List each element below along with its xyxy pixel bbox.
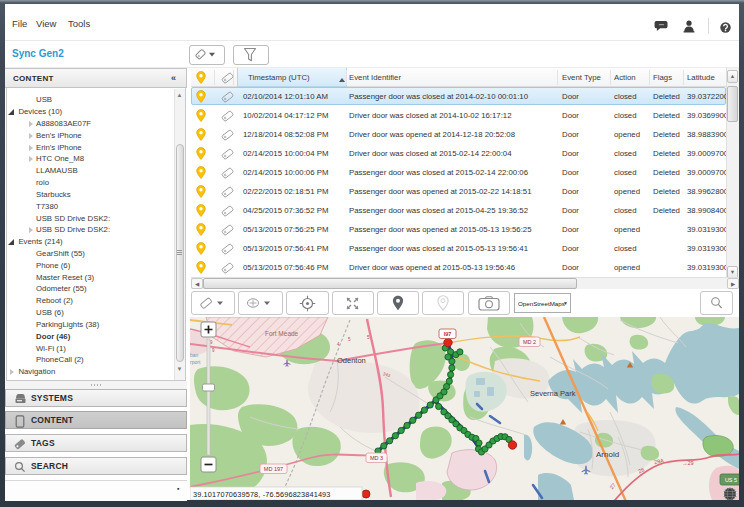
svg-text:Odenton: Odenton	[337, 356, 366, 365]
svg-text:→29: →29	[682, 460, 694, 466]
svg-text:39.1017070639578, -76.5696823: 39.1017070639578, -76.5696823841493	[193, 490, 331, 499]
svg-text:Fort Meade: Fort Meade	[265, 330, 299, 337]
svg-text:I97: I97	[444, 331, 452, 337]
svg-text:MD 197: MD 197	[264, 466, 283, 472]
svg-text:MD 2: MD 2	[523, 339, 536, 345]
svg-text:US 5: US 5	[725, 477, 737, 483]
svg-text:ban: ban	[190, 352, 199, 358]
svg-text:Severna Park: Severna Park	[530, 389, 576, 398]
svg-text:MD 3: MD 3	[370, 455, 383, 461]
svg-text:Arnold: Arnold	[596, 450, 619, 459]
svg-text:rport: rport	[190, 359, 201, 365]
